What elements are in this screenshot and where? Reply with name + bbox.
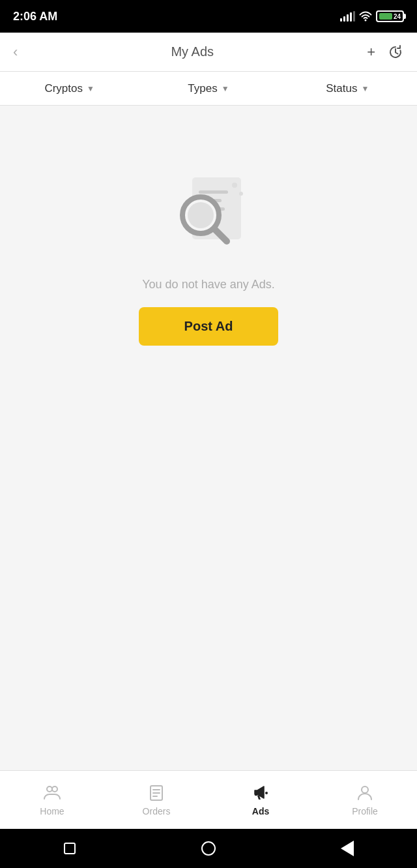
status-arrow-icon: ▼	[361, 84, 369, 93]
types-label: Types	[188, 82, 217, 95]
profile-icon	[355, 783, 375, 803]
android-nav-bar	[0, 829, 417, 868]
home-icon	[42, 783, 62, 803]
back-button[interactable]: ‹	[13, 44, 18, 61]
main-content: You do not have any Ads. Post Ad	[0, 106, 417, 770]
wifi-icon	[359, 11, 372, 22]
battery-icon: 24	[376, 10, 404, 22]
svg-point-16	[265, 792, 268, 794]
svg-point-7	[188, 202, 214, 228]
nav-orders[interactable]: Orders	[104, 771, 208, 829]
status-filter[interactable]: Status ▼	[278, 72, 417, 105]
orders-icon	[147, 783, 166, 803]
nav-orders-label: Orders	[143, 806, 171, 816]
status-icons: 24	[340, 10, 404, 22]
nav-ads[interactable]: Ads	[208, 771, 313, 829]
ads-icon	[251, 783, 270, 803]
svg-point-4	[232, 183, 237, 188]
history-button[interactable]	[387, 44, 404, 61]
nav-profile[interactable]: Profile	[313, 771, 417, 829]
svg-point-5	[239, 192, 243, 196]
bottom-nav: Home Orders Ads	[0, 770, 417, 829]
empty-state: You do not have any Ads. Post Ad	[139, 158, 279, 346]
nav-home-label: Home	[40, 806, 64, 816]
home-button[interactable]	[199, 839, 218, 858]
post-ad-button[interactable]: Post Ad	[139, 307, 279, 346]
filter-bar: Cryptos ▼ Types ▼ Status ▼	[0, 72, 417, 106]
types-filter[interactable]: Types ▼	[139, 72, 278, 105]
header-actions: +	[367, 44, 404, 61]
svg-point-9	[47, 786, 52, 792]
status-label: Status	[326, 82, 357, 95]
svg-point-17	[362, 786, 368, 793]
cryptos-label: Cryptos	[44, 82, 83, 95]
header: ‹ My Ads +	[0, 33, 417, 72]
empty-state-message: You do not have any Ads.	[142, 278, 275, 292]
page-title: My Ads	[171, 44, 214, 59]
nav-profile-label: Profile	[352, 806, 378, 816]
svg-rect-15	[255, 790, 257, 796]
add-button[interactable]: +	[367, 44, 375, 61]
status-time: 2:06 AM	[13, 10, 57, 23]
signal-bars-icon	[340, 11, 355, 22]
nav-home[interactable]: Home	[0, 771, 104, 829]
back-nav-button[interactable]	[338, 839, 357, 858]
cryptos-filter[interactable]: Cryptos ▼	[0, 72, 139, 105]
cryptos-arrow-icon: ▼	[87, 84, 94, 93]
nav-ads-label: Ads	[252, 806, 269, 816]
empty-state-icon	[156, 158, 261, 262]
svg-point-10	[52, 786, 57, 792]
status-bar: 2:06 AM 24	[0, 0, 417, 33]
recent-apps-button[interactable]	[60, 839, 79, 858]
types-arrow-icon: ▼	[222, 84, 229, 93]
svg-rect-1	[199, 190, 228, 194]
